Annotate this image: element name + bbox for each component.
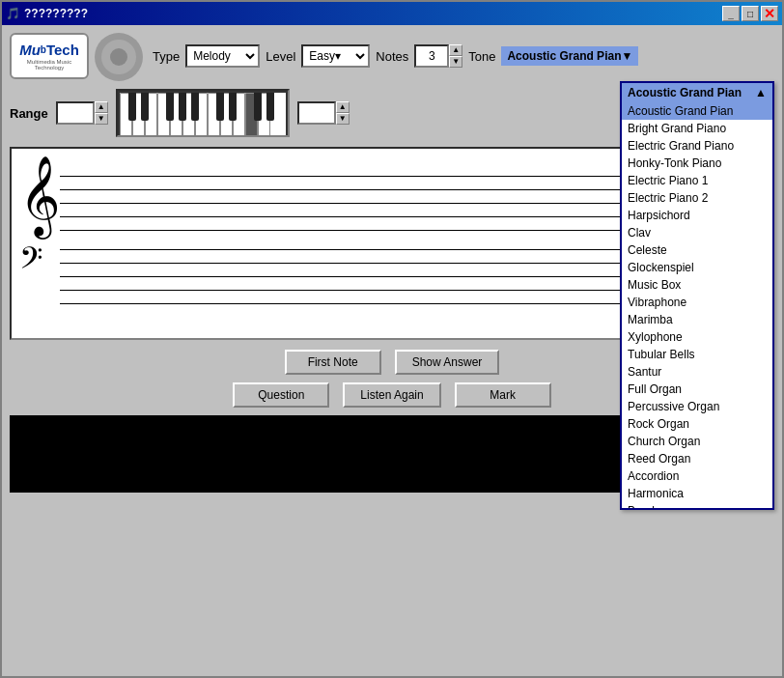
logo-subtitle: Multimedia Music Technology — [14, 59, 85, 71]
piano-key-black — [254, 93, 262, 121]
piano-keys — [120, 93, 286, 137]
close-button[interactable]: ✕ — [761, 6, 778, 21]
logo: MubTech Multimedia Music Technology — [10, 33, 89, 79]
notes-spinner-buttons: ▲ ▼ — [449, 44, 462, 68]
tone-item-18[interactable]: Rock Organ — [622, 415, 772, 433]
range-low-down[interactable]: ▼ — [95, 113, 108, 125]
tone-label: Tone — [468, 49, 495, 64]
level-label: Level — [266, 49, 295, 64]
speaker-mid — [101, 40, 136, 74]
tone-item-1[interactable]: Bright Grand Piano — [622, 120, 772, 137]
speaker-area — [95, 33, 143, 79]
tone-item-21[interactable]: Accordion — [622, 467, 772, 485]
piano-key-black — [128, 93, 136, 121]
range-high-up[interactable]: ▲ — [336, 101, 350, 113]
tone-item-11[interactable]: Vibraphone — [622, 294, 772, 311]
type-label: Type — [153, 49, 180, 64]
notes-input[interactable]: 3 — [414, 44, 449, 68]
range-high-input[interactable]: 84 — [297, 101, 336, 125]
tone-item-15[interactable]: Santur — [622, 363, 772, 381]
logo-tech: Tech — [46, 42, 79, 58]
window-title: ????????? — [24, 7, 88, 20]
notes-label: Notes — [376, 49, 408, 64]
tone-item-19[interactable]: Church Organ — [622, 433, 772, 450]
piano-key-black — [216, 93, 224, 121]
range-label: Range — [10, 106, 48, 121]
logo-mus: Mu — [19, 42, 41, 58]
tone-item-9[interactable]: Glockenspiel — [622, 259, 772, 276]
tone-item-14[interactable]: Tubular Bells — [622, 346, 772, 363]
speaker-outer — [95, 33, 143, 81]
speaker-center — [110, 48, 127, 66]
range-high-down[interactable]: ▼ — [336, 113, 350, 125]
tone-item-6[interactable]: Harpsichord — [622, 207, 772, 224]
piano-key-black — [266, 93, 274, 121]
question-button[interactable]: Question — [233, 382, 329, 408]
tone-dropdown-selected-row[interactable]: Acoustic Grand Pian ▲ — [622, 83, 772, 102]
title-bar-icon: 🎵 — [6, 7, 20, 20]
tone-item-23[interactable]: Bandoneon — [622, 502, 772, 508]
tone-item-16[interactable]: Full Organ — [622, 381, 772, 398]
notes-up-button[interactable]: ▲ — [449, 44, 462, 56]
title-bar: 🎵 ????????? _ □ ✕ — [2, 2, 782, 25]
level-select[interactable]: Easy▾ Medium Hard — [301, 44, 370, 68]
minimize-button[interactable]: _ — [722, 6, 740, 21]
close-icon: ✕ — [764, 6, 775, 21]
tone-item-12[interactable]: Marimba — [622, 311, 772, 328]
tone-item-17[interactable]: Percussive Organ — [622, 398, 772, 415]
treble-clef-symbol: 𝄞 — [19, 160, 61, 230]
tone-item-13[interactable]: Xylophone — [622, 328, 772, 346]
top-bar: MubTech Multimedia Music Technology Type… — [10, 33, 774, 79]
tone-item-2[interactable]: Electric Grand Piano — [622, 137, 772, 155]
main-window: 🎵 ????????? _ □ ✕ MubTech Multimedia Mus… — [0, 0, 784, 678]
mark-button[interactable]: Mark — [455, 382, 551, 408]
tone-item-3[interactable]: Honky-Tonk Piano — [622, 155, 772, 172]
piano-key-black — [141, 93, 149, 121]
range-low-input[interactable]: 60 — [56, 101, 95, 125]
piano-key-black — [179, 93, 186, 121]
range-high-group: 84 ▲ ▼ — [297, 101, 350, 125]
title-bar-buttons: _ □ ✕ — [722, 6, 778, 21]
tone-dropdown-selected-text: Acoustic Grand Pian — [628, 86, 742, 99]
range-low-spinner: ▲ ▼ — [95, 101, 108, 125]
piano-display — [116, 89, 290, 137]
tone-item-20[interactable]: Reed Organ — [622, 450, 772, 467]
tone-dropdown-container: Acoustic Grand Pian ▼ — [501, 46, 638, 66]
notes-spinner: 3 ▲ ▼ — [414, 44, 462, 68]
piano-white-keys — [120, 93, 270, 137]
tone-item-8[interactable]: Celeste — [622, 241, 772, 259]
piano-key-black — [191, 93, 199, 121]
listen-again-button[interactable]: Listen Again — [343, 382, 440, 408]
tone-item-0[interactable]: Acoustic Grand Pian — [622, 102, 772, 120]
title-bar-text: 🎵 ????????? — [6, 7, 88, 20]
notes-down-button[interactable]: ▼ — [449, 56, 462, 68]
piano-key-black — [229, 93, 237, 121]
content-area: MubTech Multimedia Music Technology Type… — [2, 25, 782, 676]
bass-clef-symbol: 𝄢 — [19, 243, 42, 280]
first-note-button[interactable]: First Note — [285, 350, 381, 375]
range-low-group: 60 ▲ ▼ — [56, 101, 108, 125]
tone-dropdown-scroll-up[interactable]: ▲ — [755, 86, 767, 99]
tone-item-22[interactable]: Harmonica — [622, 485, 772, 502]
tone-dropdown-overlay: Acoustic Grand Pian ▲ Acoustic Grand Pia… — [620, 81, 774, 510]
tone-item-10[interactable]: Music Box — [622, 276, 772, 294]
type-select[interactable]: Melody Harmony Rhythm — [185, 44, 260, 68]
piano-key-black — [166, 93, 174, 121]
range-low-up[interactable]: ▲ — [95, 101, 108, 113]
tone-selected-value: Acoustic Grand Pian — [507, 49, 621, 63]
maximize-button[interactable]: □ — [742, 6, 759, 21]
tone-select-header[interactable]: Acoustic Grand Pian ▼ — [501, 46, 638, 66]
show-answer-button[interactable]: Show Answer — [395, 350, 500, 375]
tone-item-7[interactable]: Clav — [622, 224, 772, 241]
tone-dropdown-arrow: ▼ — [621, 49, 632, 63]
range-high-spinner: ▲ ▼ — [336, 101, 350, 125]
tone-item-4[interactable]: Electric Piano 1 — [622, 172, 772, 189]
tone-dropdown-list[interactable]: Acoustic Grand Pian Bright Grand Piano E… — [622, 102, 772, 508]
tone-item-5[interactable]: Electric Piano 2 — [622, 189, 772, 207]
